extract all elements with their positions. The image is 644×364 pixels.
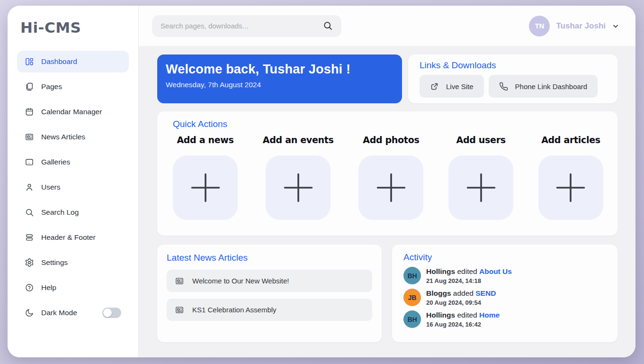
activity-timestamp: 21 Aug 2024, 14:18: [426, 277, 512, 284]
news-item-label: Welcome to Our New Website!: [192, 276, 289, 286]
sidebar-item-dashboard[interactable]: Dashboard: [17, 51, 129, 73]
plus-icon: [188, 170, 224, 206]
add-events-button[interactable]: [266, 155, 331, 220]
quick-action-label: Add photos: [363, 135, 419, 145]
sidebar-item-help[interactable]: Help: [17, 277, 129, 299]
links-downloads-title: Links & Downloads: [420, 60, 606, 71]
quick-action-label: Add a news: [177, 135, 233, 145]
quick-action-label: Add articles: [541, 135, 600, 145]
add-articles-button[interactable]: [538, 155, 603, 220]
sidebar-item-header-footer[interactable]: Header & Footer: [17, 227, 129, 248]
add-photos-button[interactable]: [358, 155, 423, 220]
activity-target-link[interactable]: Home: [479, 311, 500, 319]
calendar-icon: [25, 107, 34, 117]
sidebar-item-search-log[interactable]: Search Log: [17, 201, 129, 223]
avatar: JB: [403, 289, 421, 306]
quick-action-add-photos: Add photos: [358, 135, 423, 220]
activity-title: Activity: [403, 252, 606, 263]
activity-text: Hollings edited About Us: [426, 267, 512, 276]
sidebar-item-calendar-manager[interactable]: Calendar Manager: [17, 101, 129, 123]
links-downloads-card: Links & Downloads Live Site Phone Link D…: [408, 55, 617, 103]
user-icon: [25, 182, 34, 192]
sidebar-item-label: News Articles: [41, 133, 85, 141]
live-site-button[interactable]: Live Site: [420, 75, 484, 98]
plus-icon: [553, 170, 589, 206]
quick-actions-card: Quick Actions Add a news Add an events A…: [157, 111, 617, 236]
sidebar-item-pages[interactable]: Pages: [17, 76, 129, 98]
app-window: Hi-CMS Dashboard Pages Calendar Manager …: [8, 6, 635, 357]
sidebar-item-label: Dashboard: [41, 57, 77, 66]
welcome-banner: Welcome back, Tushar Joshi ! Wednesday, …: [157, 55, 402, 103]
plus-icon: [373, 170, 409, 206]
activity-text: Bloggs added SEND: [426, 289, 496, 298]
search-icon[interactable]: [323, 21, 333, 31]
activity-timestamp: 16 Aug 2024, 16:42: [426, 321, 500, 328]
sidebar-item-label: Search Log: [41, 208, 79, 217]
sidebar: Hi-CMS Dashboard Pages Calendar Manager …: [8, 6, 139, 357]
dark-mode-label: Dark Mode: [41, 309, 77, 317]
sidebar-item-label: Users: [41, 183, 60, 191]
activity-timestamp: 20 Aug 2024, 09:54: [426, 299, 496, 306]
activity-entry: BH Hollings edited Home 16 Aug 2024, 16:…: [403, 310, 606, 328]
news-item-label: KS1 Celebration Assembly: [192, 305, 277, 315]
dashboard-content: Welcome back, Tushar Joshi ! Wednesday, …: [139, 46, 635, 357]
main-area: TN Tushar Joshi Welcome back, Tushar Jos…: [139, 6, 635, 357]
activity-text: Hollings edited Home: [426, 311, 500, 319]
phone-icon: [499, 82, 508, 91]
sidebar-item-label: Settings: [41, 258, 68, 267]
activity-user: Bloggs: [426, 289, 451, 297]
user-name: Tushar Joshi: [556, 21, 606, 31]
quick-action-label: Add an events: [263, 135, 334, 145]
add-users-button[interactable]: [448, 155, 513, 220]
phone-link-dashboard-label: Phone Link Dashboard: [515, 82, 588, 91]
quick-action-add-articles: Add articles: [538, 135, 603, 220]
newspaper-icon: [25, 132, 34, 142]
sidebar-nav: Dashboard Pages Calendar Manager News Ar…: [8, 51, 138, 327]
pages-icon: [25, 82, 34, 91]
sidebar-item-galleries[interactable]: Galleries: [17, 151, 129, 173]
activity-target-link[interactable]: SEND: [475, 289, 496, 297]
news-list-item[interactable]: Welcome to Our New Website!: [167, 270, 372, 292]
activity-user: Hollings: [426, 267, 455, 275]
search-bar: [152, 15, 341, 37]
gallery-icon: [25, 157, 34, 167]
search-icon: [25, 208, 34, 217]
sidebar-item-label: Galleries: [41, 158, 70, 166]
welcome-date: Wednesday, 7th August 2024: [166, 81, 394, 89]
sidebar-item-users[interactable]: Users: [17, 176, 129, 198]
sidebar-item-dark-mode: Dark Mode: [17, 302, 129, 324]
help-icon: [25, 283, 34, 292]
sidebar-item-label: Header & Footer: [41, 233, 96, 242]
sidebar-item-settings[interactable]: Settings: [17, 252, 129, 273]
avatar: TN: [529, 16, 550, 36]
header-footer-icon: [25, 233, 34, 242]
news-list-item[interactable]: KS1 Celebration Assembly: [167, 299, 372, 321]
app-logo: Hi-CMS: [8, 19, 138, 36]
sidebar-item-news-articles[interactable]: News Articles: [17, 126, 129, 148]
moon-icon: [25, 308, 34, 318]
dark-mode-toggle[interactable]: [102, 308, 121, 318]
sidebar-item-label: Pages: [41, 82, 62, 91]
plus-icon: [280, 170, 316, 206]
add-news-button[interactable]: [173, 155, 238, 220]
latest-news-card: Latest News Articles Welcome to Our New …: [157, 245, 382, 342]
phone-link-dashboard-button[interactable]: Phone Link Dashboard: [489, 75, 598, 98]
activity-action: added: [453, 289, 474, 297]
dashboard-icon: [25, 57, 34, 66]
activity-action: edited: [457, 311, 477, 319]
avatar: BH: [403, 310, 421, 328]
chevron-down-icon[interactable]: [612, 22, 619, 30]
activity-target-link[interactable]: About Us: [479, 267, 512, 275]
avatar: BH: [403, 267, 421, 284]
quick-actions-title: Quick Actions: [173, 119, 603, 129]
latest-news-title: Latest News Articles: [167, 253, 372, 263]
activity-user: Hollings: [426, 311, 455, 319]
activity-entry: JB Bloggs added SEND 20 Aug 2024, 09:54: [403, 289, 606, 306]
newspaper-icon: [175, 305, 184, 315]
sidebar-item-label: Calendar Manager: [41, 108, 102, 116]
quick-action-add-news: Add a news: [173, 135, 238, 220]
activity-action: edited: [457, 267, 477, 275]
quick-action-add-events: Add an events: [263, 135, 334, 220]
user-menu[interactable]: TN Tushar Joshi: [529, 16, 619, 36]
search-input[interactable]: [161, 22, 323, 30]
